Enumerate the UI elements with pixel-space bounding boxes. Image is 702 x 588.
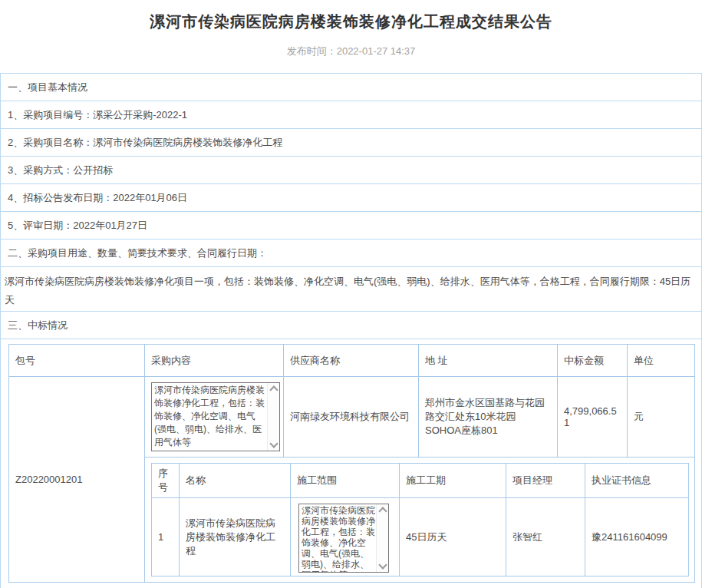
section-heading-purpose: 二、采购项目用途、数量、简要技术要求、合同履行日期： xyxy=(1,239,701,267)
col-header-amount: 中标金额 xyxy=(558,345,628,377)
amount-cell: 4,799,066.51 xyxy=(558,377,628,458)
col-header-license: 执业证书信息 xyxy=(585,464,689,498)
procurement-content-cell: 漯河市传染病医院病房楼装饰装修净化工程，包括：装饰装修、净化空调、电气(强电、弱… xyxy=(145,377,284,458)
procurement-content-textbox[interactable]: 漯河市传染病医院病房楼装饰装修净化工程，包括：装饰装修、净化空调、电气(强电、弱… xyxy=(151,382,280,451)
duration-cell: 45日历天 xyxy=(400,498,506,576)
field-project-number: 1、采购项目编号：漯采公开采购-2022-1 xyxy=(1,101,701,129)
scrollbar-track[interactable] xyxy=(376,504,388,572)
address-cell: 郑州市金水区国基路与花园路交汇处东10米花园SOHOA座栋801 xyxy=(419,377,558,458)
col-header-scope: 施工范围 xyxy=(291,464,400,498)
supplier-cell: 河南绿友环境科技有限公司 xyxy=(284,377,419,458)
procurement-content-text: 漯河市传染病医院病房楼装饰装修净化工程，包括：装饰装修、净化空调、电气(强电、弱… xyxy=(152,383,267,451)
section-heading-basic-info: 一、项目基本情况 xyxy=(1,74,701,101)
field-review-date: 5、评审日期：2022年01月27日 xyxy=(1,212,701,239)
detail-table-data-row: 1 漯河市传染病医院病房楼装饰装修净化工程 漯河市传染病医院病房楼装饰装修净化工… xyxy=(152,498,689,576)
field-project-name: 2、采购项目名称：漯河市传染病医院病房楼装饰装修净化工程 xyxy=(1,129,701,157)
scrollbar-down-icon[interactable] xyxy=(378,560,387,569)
col-header-supplier: 供应商名称 xyxy=(284,345,419,377)
construction-scope-textbox[interactable]: 漯河市传染病医院病房楼装饰装修净化工程，包括：装饰装修、净化空调、电气(强电、弱… xyxy=(298,504,389,573)
col-header-manager: 项目经理 xyxy=(506,464,585,498)
manager-cell: 张智红 xyxy=(506,498,585,576)
col-header-name: 名称 xyxy=(180,464,291,498)
seq-cell: 1 xyxy=(152,498,180,576)
col-header-unit: 单位 xyxy=(628,345,695,377)
detail-table-cell: 序号 名称 施工范围 施工工期 项目经理 执业证书信息 1 漯河市传染病医院病房… xyxy=(145,458,695,583)
unit-cell: 元 xyxy=(628,377,695,458)
field-procurement-method: 3、采购方式：公开招标 xyxy=(1,157,701,184)
col-header-content: 采购内容 xyxy=(145,345,284,377)
field-purpose-description: 漯河市传染病医院病房楼装饰装修净化项目一项，包括：装饰装修、净化空调、电气(强电… xyxy=(1,267,701,312)
construction-scope-text: 漯河市传染病医院病房楼装饰装修净化工程，包括：装饰装修、净化空调、电气(强电、弱… xyxy=(299,504,376,572)
col-header-address: 地 址 xyxy=(419,345,558,377)
col-header-seq: 序号 xyxy=(152,464,180,498)
section-heading-award: 三、中标情况 xyxy=(1,312,701,339)
publish-time: 发布时间：2022-01-27 14:37 xyxy=(0,45,702,58)
scrollbar-track[interactable] xyxy=(267,383,279,451)
col-header-duration: 施工工期 xyxy=(400,464,506,498)
page-title: 漯河市传染病医院病房楼装饰装修净化工程成交结果公告 xyxy=(0,0,702,32)
detail-table: 序号 名称 施工范围 施工工期 项目经理 执业证书信息 1 漯河市传染病医院病房… xyxy=(151,463,689,576)
license-cell: 豫241161604099 xyxy=(585,498,689,576)
scrollbar-up-icon[interactable] xyxy=(378,507,387,515)
name-cell: 漯河市传染病医院病房楼装饰装修净化工程 xyxy=(180,498,291,576)
field-announcement-date: 4、招标公告发布日期：2022年01月06日 xyxy=(1,184,701,212)
detail-table-header-row: 序号 名称 施工范围 施工工期 项目经理 执业证书信息 xyxy=(152,464,689,498)
award-table-container: 包号 采购内容 供应商名称 地 址 中标金额 单位 Z20220001201 漯… xyxy=(1,339,701,588)
col-header-package-no: 包号 xyxy=(9,345,145,377)
award-table-header-row: 包号 采购内容 供应商名称 地 址 中标金额 单位 xyxy=(9,345,695,377)
scrollbar-up-icon[interactable] xyxy=(269,385,278,394)
award-table: 包号 采购内容 供应商名称 地 址 中标金额 单位 Z20220001201 漯… xyxy=(8,344,695,583)
construction-scope-cell: 漯河市传染病医院病房楼装饰装修净化工程，包括：装饰装修、净化空调、电气(强电、弱… xyxy=(291,498,400,576)
announcement-body: 一、项目基本情况 1、采购项目编号：漯采公开采购-2022-1 2、采购项目名称… xyxy=(0,73,702,588)
scrollbar-down-icon[interactable] xyxy=(269,439,278,448)
package-no-cell: Z20220001201 xyxy=(9,377,145,583)
award-table-row: Z20220001201 漯河市传染病医院病房楼装饰装修净化工程，包括：装饰装修… xyxy=(9,377,695,458)
